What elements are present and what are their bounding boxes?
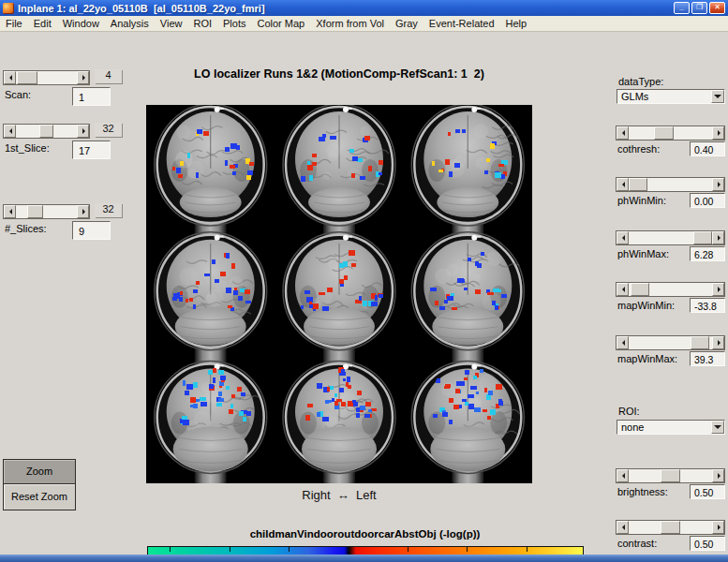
ph-win-max-slider[interactable]	[616, 230, 725, 245]
map-win-min-slider-thumb[interactable]	[631, 283, 649, 296]
brightness-label: brightness:	[617, 486, 668, 497]
cothresh-slider-left-arrow-icon[interactable]	[617, 126, 629, 140]
first-slice-slider[interactable]	[3, 124, 90, 139]
ph-win-max-slider-right-arrow-icon[interactable]	[712, 231, 724, 244]
first-slice-max-label: 32	[95, 123, 122, 137]
scan-slider-thumb[interactable]	[17, 71, 37, 84]
orientation-label: Right ↔ Left	[146, 488, 532, 502]
brightness-slider-left-arrow-icon[interactable]	[617, 469, 629, 482]
map-win-max-slider-left-arrow-icon[interactable]	[617, 336, 629, 349]
menu-help[interactable]: Help	[500, 18, 533, 29]
menu-roi[interactable]: ROI	[187, 18, 217, 29]
colorbar-tick-mark	[170, 547, 171, 552]
menu-bar: File Edit Window Analysis View ROI Plots…	[0, 16, 728, 32]
roi-label: ROI:	[618, 406, 640, 417]
menu-file[interactable]: File	[0, 18, 28, 29]
scan-slider[interactable]	[3, 70, 90, 85]
ph-win-min-slider-right-arrow-icon[interactable]	[712, 178, 724, 191]
contrast-slider-left-arrow-icon[interactable]	[617, 521, 629, 534]
map-win-max-slider-right-arrow-icon[interactable]	[712, 336, 724, 349]
colorbar-tick-mark	[289, 547, 290, 552]
window-bottom-border	[0, 555, 728, 562]
cothresh-slider[interactable]	[616, 126, 725, 140]
cothresh-slider-right-arrow-icon[interactable]	[712, 126, 724, 140]
data-type-dropdown[interactable]: GLMs	[617, 89, 725, 104]
colorbar-tick-mark	[408, 547, 409, 552]
contrast-slider[interactable]	[616, 520, 725, 535]
brightness-value-field[interactable]	[690, 484, 725, 499]
minimize-button[interactable]: _	[674, 2, 690, 14]
menu-edit[interactable]: Edit	[28, 18, 57, 29]
scan-slider-right-arrow-icon[interactable]	[77, 71, 89, 84]
data-type-value: GLMs	[621, 91, 648, 102]
first-slice-value-field[interactable]	[72, 140, 111, 159]
map-win-max-slider-thumb[interactable]	[691, 336, 709, 349]
scan-slider-left-arrow-icon[interactable]	[4, 71, 16, 84]
menu-color-map[interactable]: Color Map	[251, 18, 310, 29]
first-slice-slider-thumb[interactable]	[39, 125, 52, 138]
brain-montage-image[interactable]	[146, 105, 532, 483]
ph-win-min-slider-left-arrow-icon[interactable]	[617, 178, 629, 191]
menu-plots[interactable]: Plots	[217, 18, 251, 29]
num-slices-value-field[interactable]	[72, 221, 111, 240]
map-win-min-slider-right-arrow-icon[interactable]	[712, 283, 724, 296]
scan-label: Scan:	[5, 89, 31, 100]
map-win-min-slider-left-arrow-icon[interactable]	[617, 283, 629, 296]
figure-title: LO localizer Runs 1&2 (MotionComp-RefSca…	[146, 67, 532, 81]
num-slices-slider-left-arrow-icon[interactable]	[4, 205, 16, 218]
ph-win-min-value-field[interactable]	[690, 193, 725, 208]
reset-zoom-button[interactable]: Reset Zoom	[3, 483, 76, 510]
brightness-slider[interactable]	[616, 468, 725, 483]
map-win-min-label: mapWinMin:	[617, 300, 675, 311]
ph-win-min-label: phWinMin:	[617, 195, 666, 206]
ph-win-min-slider-thumb[interactable]	[629, 178, 647, 191]
colorbar-title: childmanVindooroutdoorcarAbstObj (-log(p…	[146, 528, 584, 540]
map-win-max-slider[interactable]	[616, 335, 725, 350]
menu-event-related[interactable]: Event-Related	[423, 18, 500, 29]
menu-xform-from-vol[interactable]: Xform from Vol	[310, 18, 390, 29]
colorbar-tick-mark	[349, 547, 349, 552]
ph-win-max-value-field[interactable]	[690, 246, 725, 261]
title-bar: Inplane 1: al_22yo_05110B [al_05110B_22y…	[0, 0, 728, 16]
contrast-label: contrast:	[617, 538, 657, 549]
num-slices-label: #_Slices:	[5, 223, 47, 234]
ph-win-max-slider-left-arrow-icon[interactable]	[617, 231, 629, 244]
brain-slices-svg	[146, 105, 532, 483]
colorbar-tick-mark	[467, 547, 468, 552]
brightness-slider-thumb[interactable]	[661, 469, 680, 482]
map-win-min-value-field[interactable]	[690, 298, 725, 313]
close-button[interactable]: ✕	[709, 2, 725, 14]
num-slices-max-label: 32	[95, 203, 122, 217]
contrast-slider-right-arrow-icon[interactable]	[712, 521, 724, 534]
roi-dropdown[interactable]: none	[617, 420, 725, 435]
first-slice-label: 1st_Slice:	[5, 142, 50, 154]
map-win-max-label: mapWinMax:	[617, 353, 677, 364]
cothresh-slider-thumb[interactable]	[654, 126, 674, 140]
zoom-button[interactable]: Zoom	[3, 459, 76, 484]
menu-window[interactable]: Window	[57, 18, 105, 29]
ph-win-max-label: phWinMax:	[617, 248, 669, 259]
colorbar-tick-mark	[230, 547, 230, 552]
cothresh-value-field[interactable]	[690, 141, 725, 156]
figure-background: 4 Scan: 32 1st_Slice: 32 #_Slices: Zoom …	[0, 32, 728, 555]
menu-view[interactable]: View	[155, 18, 188, 29]
num-slices-slider-right-arrow-icon[interactable]	[77, 205, 89, 218]
contrast-slider-thumb[interactable]	[661, 521, 680, 534]
num-slices-slider[interactable]	[3, 204, 90, 219]
menu-analysis[interactable]: Analysis	[105, 18, 155, 29]
colorbar-tick-mark	[527, 547, 527, 552]
ph-win-min-slider[interactable]	[616, 177, 725, 192]
map-win-max-value-field[interactable]	[690, 351, 725, 366]
restore-button[interactable]: ❐	[691, 2, 707, 14]
map-win-min-slider[interactable]	[616, 282, 725, 297]
brightness-slider-right-arrow-icon[interactable]	[712, 469, 724, 482]
ph-win-max-slider-thumb[interactable]	[693, 231, 712, 244]
scan-value-field[interactable]	[72, 87, 111, 106]
num-slices-slider-thumb[interactable]	[27, 205, 43, 218]
first-slice-slider-right-arrow-icon[interactable]	[77, 125, 89, 138]
chevron-down-icon[interactable]	[711, 421, 724, 434]
first-slice-slider-left-arrow-icon[interactable]	[4, 125, 16, 138]
contrast-value-field[interactable]	[690, 536, 725, 551]
chevron-down-icon[interactable]	[711, 90, 724, 103]
menu-gray[interactable]: Gray	[390, 18, 423, 29]
